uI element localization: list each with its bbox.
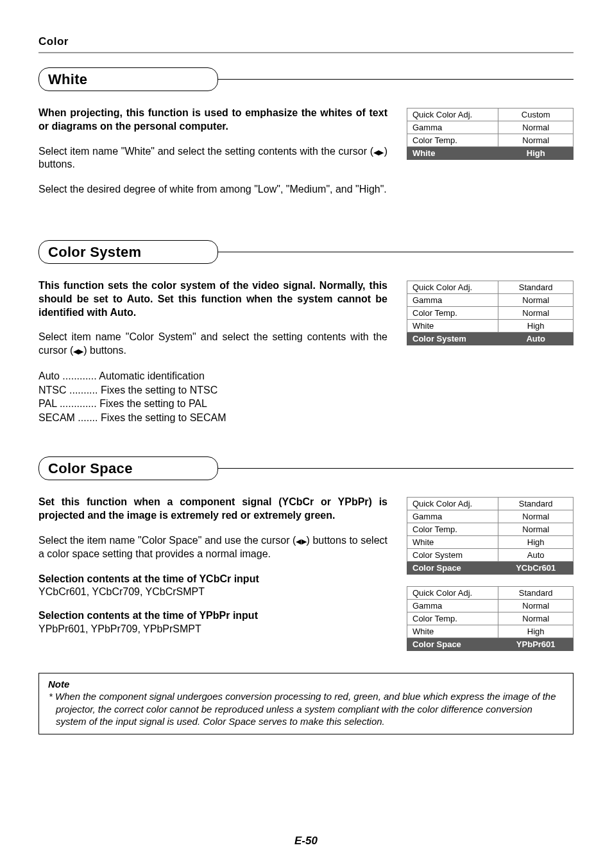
page-number: E-50 <box>0 835 612 847</box>
menu-row: Color Temp.Normal <box>407 134 574 147</box>
menu-value: Standard <box>498 281 574 293</box>
menu-row: Color Temp.Normal <box>407 523 574 536</box>
menu-row: Quick Color Adj.Standard <box>407 498 574 510</box>
colorsystem-menu: Quick Color Adj.StandardGammaNormalColor… <box>407 281 574 345</box>
heading-rule <box>217 468 574 469</box>
white-para2: Select the desired degree of white from … <box>38 183 387 196</box>
menu-row: GammaNormal <box>407 600 574 612</box>
menu-row: WhiteHigh <box>407 147 574 160</box>
menu-label: Gamma <box>407 121 498 134</box>
heading-rule <box>217 252 574 252</box>
menu-row: Color SystemAuto <box>407 549 574 562</box>
menu-label: Gamma <box>407 293 498 306</box>
menu-value: Normal <box>498 523 574 536</box>
menu-label: White <box>407 319 498 332</box>
def-line: NTSC .......... Fixes the setting to NTS… <box>38 383 387 397</box>
menu-value: YPbPr601 <box>498 638 574 651</box>
colorspace-intro: Set this function when a component signa… <box>38 496 387 523</box>
colorsystem-intro: This function sets the color system of t… <box>38 279 387 319</box>
heading-rule <box>217 79 574 80</box>
subsection-white-header: White <box>38 67 574 91</box>
note-body: * When the component signal undergoes co… <box>48 690 564 727</box>
menu-label: White <box>407 147 498 160</box>
white-heading: White <box>38 67 218 91</box>
subsection-colorspace-header: Color Space <box>38 456 574 480</box>
colorsystem-para1-b: ) buttons. <box>83 345 126 356</box>
menu-value: High <box>498 536 574 549</box>
white-content: When projecting, this function is used t… <box>38 107 574 208</box>
menu-label: Gamma <box>407 600 498 612</box>
colorspace-sel1: Selection contents at the time of YCbCr … <box>38 573 387 600</box>
menu-label: Color Temp. <box>407 306 498 319</box>
colorspace-sel2: Selection contents at the time of YPbPr … <box>38 609 387 636</box>
menu-row: WhiteHigh <box>407 625 574 638</box>
menu-value: Standard <box>498 498 574 510</box>
menu-value: Normal <box>498 612 574 625</box>
menu-label: Color Temp. <box>407 612 498 625</box>
menu-row: GammaNormal <box>407 293 574 306</box>
menu-value: Normal <box>498 600 574 612</box>
white-para1: Select item name "White" and select the … <box>38 145 387 172</box>
menu-value: High <box>498 319 574 332</box>
menu-label: Color Space <box>407 638 498 651</box>
def-line: PAL ............. Fixes the setting to P… <box>38 397 387 411</box>
colorspace-menu2: Quick Color Adj.StandardGammaNormalColor… <box>407 586 574 651</box>
colorsystem-para1: Select item name "Color System" and sele… <box>38 331 387 358</box>
menu-label: Color Space <box>407 562 498 575</box>
menu-label: Quick Color Adj. <box>407 498 498 510</box>
menu-row: Quick Color Adj.Custom <box>407 108 574 121</box>
sel2-title: Selection contents at the time of YPbPr … <box>38 610 258 621</box>
subsection-colorsystem-header: Color System <box>38 240 574 264</box>
menu-row: WhiteHigh <box>407 536 574 549</box>
cursor-right-icon <box>378 146 384 157</box>
colorsystem-heading: Color System <box>38 240 218 264</box>
page-section-title: Color <box>38 35 574 48</box>
colorsystem-menu-wrap: Quick Color Adj.StandardGammaNormalColor… <box>407 279 574 424</box>
menu-row: WhiteHigh <box>407 319 574 332</box>
menu-value: Normal <box>498 293 574 306</box>
sel1-body: YCbCr601, YCbCr709, YCbCrSMPT <box>38 586 205 597</box>
menu-row: Color SystemAuto <box>407 332 574 345</box>
white-intro: When projecting, this function is used t… <box>38 107 387 134</box>
menu-row: Color SpaceYPbPr601 <box>407 638 574 651</box>
menu-row: Quick Color Adj.Standard <box>407 587 574 600</box>
menu-value: High <box>498 625 574 638</box>
menu-value: Auto <box>498 549 574 562</box>
sel1-title: Selection contents at the time of YCbCr … <box>38 573 259 584</box>
menu-label: Quick Color Adj. <box>407 587 498 600</box>
menu-label: Quick Color Adj. <box>407 281 498 293</box>
colorspace-para1-a: Select the item name "Color Space" and u… <box>38 535 296 546</box>
menu-row: GammaNormal <box>407 510 574 523</box>
menu-value: Auto <box>498 332 574 345</box>
menu-value: High <box>498 147 574 160</box>
menu-row: Quick Color Adj.Standard <box>407 281 574 293</box>
white-para1-a: Select item name "White" and select the … <box>38 146 373 157</box>
menu-value: Normal <box>498 510 574 523</box>
menu-label: Color Temp. <box>407 134 498 147</box>
menu-row: GammaNormal <box>407 121 574 134</box>
menu-label: White <box>407 536 498 549</box>
menu-value: Normal <box>498 134 574 147</box>
menu-value: Normal <box>498 121 574 134</box>
colorsystem-defs: Auto ............ Automatic identificati… <box>38 369 387 424</box>
colorspace-para1: Select the item name "Color Space" and u… <box>38 534 387 561</box>
colorspace-menu-wrap: Quick Color Adj.StandardGammaNormalColor… <box>407 496 574 663</box>
cursor-right-icon <box>302 535 307 546</box>
note-box: Note * When the component signal undergo… <box>38 673 574 734</box>
section-rule <box>38 52 574 53</box>
menu-row: Color SpaceYCbCr601 <box>407 562 574 575</box>
white-menu: Quick Color Adj.CustomGammaNormalColor T… <box>407 108 574 160</box>
colorsystem-text: This function sets the color system of t… <box>38 279 387 424</box>
white-text: When projecting, this function is used t… <box>38 107 387 208</box>
menu-label: Quick Color Adj. <box>407 108 498 121</box>
menu-label: Color System <box>407 332 498 345</box>
colorspace-text: Set this function when a component signa… <box>38 496 387 663</box>
menu-label: Color Temp. <box>407 523 498 536</box>
def-line: SECAM ....... Fixes the setting to SECAM <box>38 411 387 425</box>
menu-row: Color Temp.Normal <box>407 306 574 319</box>
menu-value: YCbCr601 <box>498 562 574 575</box>
menu-row: Color Temp.Normal <box>407 612 574 625</box>
menu-value: Standard <box>498 587 574 600</box>
def-line: Auto ............ Automatic identificati… <box>38 369 387 383</box>
colorspace-content: Set this function when a component signa… <box>38 496 574 663</box>
